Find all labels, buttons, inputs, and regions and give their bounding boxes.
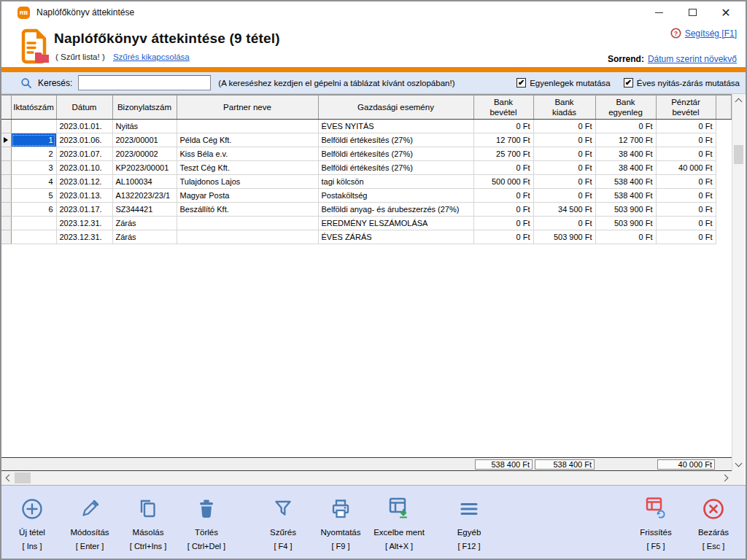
cell[interactable]: Példa Cég Kft. — [177, 133, 318, 147]
table-row[interactable]: 12023.01.06.2023/00001Példa Cég Kft.Belf… — [1, 133, 731, 147]
cell[interactable]: 0 Ft — [656, 175, 716, 189]
cell[interactable]: 2023.01.12. — [56, 175, 112, 189]
cell[interactable]: 4 — [11, 175, 56, 189]
table-row[interactable]: 2023.01.01.NyitásÉVES NYITÁS0 Ft0 Ft0 Ft… — [1, 120, 731, 133]
cell[interactable]: Teszt Cég Kft. — [177, 161, 318, 175]
cell[interactable]: 0 Ft — [595, 230, 656, 244]
vertical-scroll-thumb[interactable] — [734, 145, 743, 164]
cell[interactable]: 2 — [11, 147, 56, 161]
help-link[interactable]: Segítség [F1] — [685, 28, 737, 39]
cell[interactable]: Belföldi értékesítés (27%) — [318, 147, 473, 161]
scroll-up-icon[interactable] — [732, 94, 745, 106]
search-input[interactable] — [78, 75, 211, 90]
cell[interactable]: 503 900 Ft — [595, 217, 656, 230]
cell[interactable]: 38 400 Ft — [595, 147, 656, 161]
cell[interactable]: Beszállító Kft. — [177, 203, 318, 217]
cell[interactable]: 3 — [11, 161, 56, 175]
cell[interactable]: 0 Ft — [473, 189, 533, 203]
cell[interactable]: 2023.01.17. — [56, 203, 112, 217]
cell[interactable]: 0 Ft — [656, 133, 716, 147]
table-row[interactable]: 42023.01.12.AL100034Tulajdonos Lajostagi… — [1, 175, 731, 189]
cell[interactable]: Zárás — [112, 230, 177, 244]
table-row[interactable]: 2023.12.31.ZárásEREDMÉNY ELSZÁMOLÁSA0 Ft… — [1, 217, 731, 230]
other-button[interactable]: Egyéb [ F12 ] — [431, 495, 507, 551]
column-header[interactable]: Bizonylatszám — [112, 96, 177, 120]
cell[interactable]: EREDMÉNY ELSZÁMOLÁSA — [318, 217, 473, 230]
cell[interactable] — [11, 120, 56, 133]
cell[interactable]: 2023.01.07. — [56, 147, 112, 161]
checkbox-show-open-close[interactable]: ✔ Éves nyitás-zárás mutatása — [624, 78, 740, 88]
cell[interactable]: 0 Ft — [656, 217, 716, 230]
cell[interactable]: 0 Ft — [533, 217, 595, 230]
cell[interactable]: 500 000 Ft — [473, 175, 533, 189]
cell[interactable]: 38 400 Ft — [595, 161, 656, 175]
column-header[interactable]: Bank kiadás — [533, 96, 595, 120]
maximize-button[interactable] — [676, 1, 709, 23]
cell[interactable]: 0 Ft — [656, 147, 716, 161]
cell[interactable] — [11, 217, 56, 230]
cell[interactable]: Nyitás — [112, 120, 177, 133]
cell[interactable] — [11, 230, 56, 244]
cell[interactable]: Magyar Posta — [177, 189, 318, 203]
cell[interactable]: ÉVES NYITÁS — [318, 120, 473, 133]
vertical-scrollbar[interactable] — [732, 94, 744, 471]
cell[interactable] — [177, 217, 318, 230]
cell[interactable]: 2023.12.31. — [56, 230, 112, 244]
column-header[interactable]: Dátum — [56, 96, 112, 120]
cell[interactable]: 2023/00002 — [112, 147, 177, 161]
scroll-down-icon[interactable] — [732, 459, 745, 471]
cell[interactable]: 0 Ft — [533, 120, 595, 133]
filter-off-link[interactable]: Szűrés kikapcsolása — [113, 52, 190, 61]
cell[interactable]: 503 900 Ft — [595, 203, 656, 217]
cell[interactable]: 0 Ft — [473, 230, 533, 244]
cell[interactable]: 0 Ft — [533, 161, 595, 175]
cell[interactable]: 2023.01.01. — [56, 120, 112, 133]
minimize-button[interactable] — [642, 1, 676, 23]
cell[interactable]: 2023.01.06. — [56, 133, 112, 147]
sort-link[interactable]: Dátum szerint növekvő — [648, 54, 737, 64]
column-header[interactable]: Gazdasági esemény — [318, 96, 473, 120]
cell[interactable]: ÉVES ZÁRÁS — [318, 230, 473, 244]
excel-export-button[interactable]: Excelbe ment [ Alt+X ] — [361, 495, 437, 551]
table-row[interactable]: 62023.01.17.SZ344421Beszállító Kft.Belfö… — [1, 203, 731, 217]
cell[interactable]: Belföldi értékesítés (27%) — [318, 133, 473, 147]
cell[interactable]: 0 Ft — [656, 189, 716, 203]
cell[interactable]: Postaköltség — [318, 189, 473, 203]
cell[interactable]: 2023.12.31. — [56, 217, 112, 230]
cell[interactable]: 40 000 Ft — [656, 161, 716, 175]
cell[interactable]: 503 900 Ft — [533, 230, 595, 244]
cell[interactable]: Kiss Béla e.v. — [177, 147, 318, 161]
cell[interactable]: 0 Ft — [473, 217, 533, 230]
cell[interactable]: 0 Ft — [533, 147, 595, 161]
cell[interactable]: 12 700 Ft — [473, 133, 533, 147]
checkbox-show-balances[interactable]: ✔ Egyenlegek mutatása — [516, 78, 611, 88]
cell[interactable]: A1322023/23/1 — [112, 189, 177, 203]
cell[interactable]: 12 700 Ft — [595, 133, 656, 147]
cell[interactable]: Belföldi anyag- és árubeszerzés (27%) — [318, 203, 473, 217]
cell[interactable]: 0 Ft — [656, 230, 716, 244]
cell[interactable]: Zárás — [112, 217, 177, 230]
cell[interactable]: 2023/00001 — [112, 133, 177, 147]
cell[interactable]: 0 Ft — [656, 120, 716, 133]
table-row[interactable]: 32023.01.10.KP2023/00001Teszt Cég Kft.Be… — [1, 161, 731, 175]
cell[interactable] — [177, 230, 318, 244]
scroll-right-icon[interactable] — [719, 471, 732, 485]
table-row[interactable]: 22023.01.07.2023/00002Kiss Béla e.v.Belf… — [1, 147, 731, 161]
column-header[interactable]: Partner neve — [177, 96, 318, 120]
cell[interactable]: 538 400 Ft — [595, 175, 656, 189]
cell[interactable]: 1 — [11, 133, 56, 147]
close-button[interactable]: ✕ — [709, 1, 743, 23]
column-header[interactable]: Bank egyenleg — [595, 96, 656, 120]
cell[interactable]: 25 700 Ft — [473, 147, 533, 161]
close-window-button[interactable]: Bezárás [ Esc ] — [676, 495, 747, 551]
scroll-left-icon[interactable] — [1, 471, 14, 485]
cell[interactable]: 0 Ft — [473, 161, 533, 175]
cell[interactable]: 538 400 Ft — [595, 189, 656, 203]
cell[interactable]: 0 Ft — [533, 175, 595, 189]
horizontal-scrollbar[interactable] — [1, 471, 732, 485]
cell[interactable] — [177, 120, 318, 133]
horizontal-scroll-thumb[interactable] — [15, 472, 31, 483]
cell[interactable]: Belföldi értékesítés (27%) — [318, 161, 473, 175]
cell[interactable]: tagi kölcsön — [318, 175, 473, 189]
cell[interactable]: 5 — [11, 189, 56, 203]
